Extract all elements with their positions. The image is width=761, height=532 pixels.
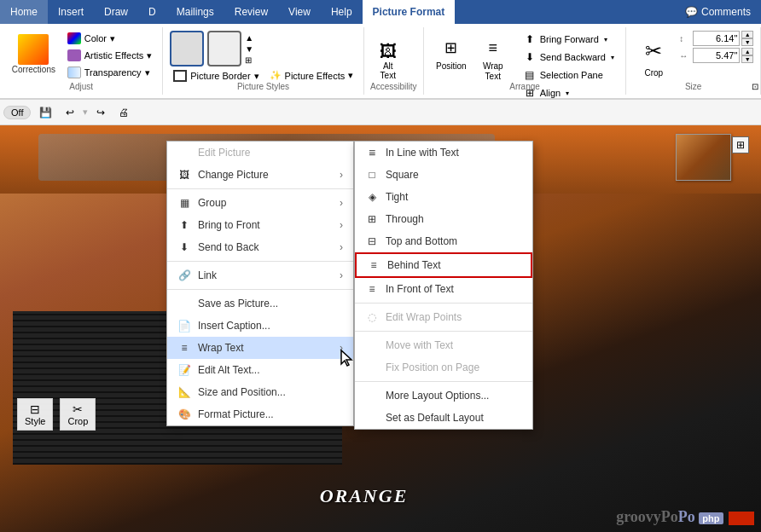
menu-format-picture[interactable]: 🎨 Format Picture... bbox=[167, 403, 353, 425]
menu-more-layout[interactable]: More Layout Options... bbox=[355, 385, 532, 407]
tab-comments[interactable]: 💬 Comments bbox=[675, 0, 761, 24]
menu-in-front-of-text[interactable]: ≡ In Front of Text bbox=[355, 278, 532, 300]
fix-position-icon bbox=[365, 361, 379, 374]
transparency-button[interactable]: Transparency ▾ bbox=[64, 65, 155, 80]
crop-floating-button[interactable]: ✂ Crop bbox=[60, 398, 96, 431]
height-down[interactable]: ▼ bbox=[741, 38, 753, 46]
height-icon: ↕ bbox=[679, 34, 691, 43]
menu-behind-text[interactable]: ≡ Behind Text bbox=[355, 252, 532, 278]
menu-size-and-position[interactable]: 📐 Size and Position... bbox=[167, 381, 353, 403]
menu-link[interactable]: 🔗 Link › bbox=[167, 264, 353, 286]
small-image-thumbnail[interactable]: ⊞ bbox=[676, 134, 731, 181]
toggle-button[interactable]: Off bbox=[3, 106, 31, 119]
in-front-icon: ≡ bbox=[365, 282, 379, 296]
change-picture-icon: 🖼 bbox=[177, 168, 191, 182]
position-button[interactable]: ⊞ Position bbox=[431, 31, 472, 74]
print-button[interactable]: 🖨 bbox=[113, 105, 134, 120]
bring-forward-icon: ⬆ bbox=[523, 32, 537, 46]
tab-home[interactable]: Home bbox=[0, 0, 48, 24]
menu-send-to-back[interactable]: ⬇ Send to Back › bbox=[167, 236, 353, 258]
menu-through[interactable]: ⊞ Through bbox=[355, 208, 532, 230]
link-arrow: › bbox=[340, 269, 343, 281]
wrap-separator-1 bbox=[355, 303, 532, 304]
accessibility-label: Accessibility bbox=[364, 82, 423, 91]
send-backward-arrow[interactable]: ▾ bbox=[611, 54, 614, 61]
picture-effects-button[interactable]: ✨ Picture Effects▾ bbox=[266, 68, 357, 83]
send-backward-button[interactable]: ⬇ Send Backward ▾ bbox=[518, 49, 619, 66]
undo-button[interactable]: ↩ bbox=[61, 105, 79, 120]
tab-review[interactable]: Review bbox=[224, 0, 278, 24]
adjust-right-col: Color ▾ Artistic Effects ▾ Transparency … bbox=[64, 31, 155, 80]
ribbon-group-adjust: Corrections Color ▾ Artistic Effects ▾ bbox=[0, 27, 163, 95]
menu-bring-to-front[interactable]: ⬆ Bring to Front › bbox=[167, 214, 353, 236]
menu-insert-caption[interactable]: 📄 Insert Caption... bbox=[167, 315, 353, 337]
menu-fix-position: Fix Position on Page bbox=[355, 356, 532, 379]
selection-pane-button[interactable]: ▤ Selection Pane bbox=[518, 66, 619, 84]
save-button[interactable]: 💾 bbox=[34, 105, 57, 120]
color-icon bbox=[67, 32, 81, 44]
picture-style-2[interactable] bbox=[207, 31, 241, 66]
corrections-button[interactable]: Corrections bbox=[7, 31, 61, 78]
crop-button[interactable]: ✂ Crop bbox=[633, 31, 674, 81]
width-up[interactable]: ▲ bbox=[741, 48, 753, 55]
menu-wrap-text[interactable]: ≡ Wrap Text › bbox=[167, 337, 353, 359]
image-layout-icon[interactable]: ⊞ bbox=[732, 136, 749, 153]
crop-floating-label: Crop bbox=[67, 416, 88, 426]
menu-tight[interactable]: ◈ Tight bbox=[355, 186, 532, 208]
menu-inline-with-text[interactable]: ≡ In Line with Text bbox=[355, 142, 532, 164]
watermark-po: Po bbox=[678, 508, 695, 525]
orange-brand-label: ORANGE bbox=[320, 485, 409, 507]
style-label: Style bbox=[25, 416, 45, 426]
menu-save-as-picture[interactable]: Save as Picture... bbox=[167, 292, 353, 315]
width-icon: ↔ bbox=[679, 51, 691, 61]
menu-edit-wrap-points: ◌ Edit Wrap Points bbox=[355, 306, 532, 328]
menu-group[interactable]: ▦ Group › bbox=[167, 192, 353, 214]
change-picture-arrow: › bbox=[340, 169, 343, 181]
insert-caption-icon: 📄 bbox=[177, 319, 191, 332]
send-to-back-arrow: › bbox=[340, 241, 343, 253]
width-down[interactable]: ▼ bbox=[741, 55, 753, 63]
link-icon: 🔗 bbox=[177, 269, 191, 282]
tab-help[interactable]: Help bbox=[321, 0, 363, 24]
tab-draw[interactable]: Draw bbox=[94, 0, 138, 24]
tab-picture-format[interactable]: Picture Format bbox=[363, 0, 456, 24]
tab-view[interactable]: View bbox=[278, 0, 321, 24]
move-with-text-icon bbox=[365, 338, 379, 352]
bring-forward-button[interactable]: ⬆ Bring Forward ▾ bbox=[518, 31, 619, 48]
php-badge: php bbox=[699, 512, 723, 524]
height-input[interactable] bbox=[693, 31, 740, 46]
artistic-effects-dropdown-arrow[interactable]: ▾ bbox=[147, 50, 152, 61]
toggle-label: Off bbox=[11, 107, 23, 118]
wrap-text-menu-icon: ≡ bbox=[177, 341, 191, 355]
menu-square[interactable]: □ Square bbox=[355, 164, 532, 186]
picture-style-1[interactable] bbox=[170, 31, 204, 66]
color-dropdown-arrow[interactable]: ▾ bbox=[110, 33, 115, 44]
width-spinner: ▲ ▼ bbox=[741, 48, 753, 63]
ribbon-tabs: Home Insert Draw D Mailings Review View … bbox=[0, 0, 761, 24]
style-up[interactable]: ▲ bbox=[245, 33, 253, 43]
height-up[interactable]: ▲ bbox=[741, 31, 753, 38]
transparency-dropdown-arrow[interactable]: ▾ bbox=[145, 67, 150, 78]
style-more[interactable]: ⊞ bbox=[245, 55, 253, 65]
redo-button[interactable]: ↪ bbox=[91, 105, 110, 120]
menu-change-picture[interactable]: 🖼 Change Picture › bbox=[167, 164, 353, 186]
height-spinner: ▲ ▼ bbox=[741, 31, 753, 46]
color-button[interactable]: Color ▾ bbox=[64, 31, 155, 46]
menu-set-default[interactable]: Set as Default Layout bbox=[355, 407, 532, 429]
picture-styles-label: Picture Styles bbox=[163, 82, 363, 91]
artistic-effects-button[interactable]: Artistic Effects ▾ bbox=[64, 48, 155, 63]
style-button[interactable]: ⊟ Style bbox=[17, 398, 53, 431]
alt-text-button[interactable]: 🖼 AltText bbox=[371, 38, 405, 84]
tab-insert[interactable]: Insert bbox=[48, 0, 94, 24]
wrap-text-ribbon-button[interactable]: ≡ WrapText bbox=[475, 31, 511, 85]
tab-d[interactable]: D bbox=[138, 0, 166, 24]
group-icon: ▦ bbox=[177, 196, 191, 210]
width-input[interactable] bbox=[693, 48, 740, 63]
alt-text-label: AltText bbox=[380, 61, 396, 80]
menu-edit-alt-text[interactable]: 📝 Edit Alt Text... bbox=[167, 359, 353, 381]
tab-mailings[interactable]: Mailings bbox=[166, 0, 224, 24]
style-down[interactable]: ▼ bbox=[245, 44, 253, 54]
bring-forward-arrow[interactable]: ▾ bbox=[604, 36, 607, 43]
menu-top-and-bottom[interactable]: ⊟ Top and Bottom bbox=[355, 230, 532, 252]
inline-icon: ≡ bbox=[365, 146, 379, 159]
